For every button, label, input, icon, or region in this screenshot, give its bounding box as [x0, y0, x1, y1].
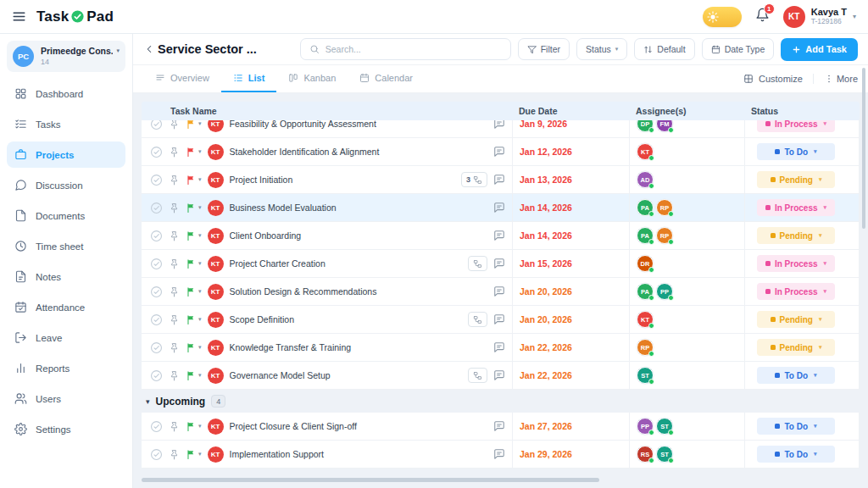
assignees-cell[interactable]: RSST: [629, 441, 744, 468]
assignee-avatar[interactable]: ST: [656, 446, 673, 463]
sidebar-item-users[interactable]: Users: [7, 385, 125, 412]
assignees-cell[interactable]: KT: [629, 306, 744, 333]
status-badge[interactable]: To Do ▾: [757, 446, 835, 463]
priority-flag-dropdown[interactable]: ▾: [186, 120, 202, 130]
subtask-badge[interactable]: [468, 256, 487, 271]
complete-check-icon[interactable]: [150, 258, 163, 270]
column-header-task-name[interactable]: Task Name: [142, 106, 512, 116]
pin-icon[interactable]: [169, 421, 180, 432]
assignee-avatar[interactable]: DR: [637, 255, 654, 272]
sidebar-item-reports[interactable]: Reports: [7, 355, 125, 381]
search-input[interactable]: [326, 44, 502, 54]
table-row[interactable]: ▾ KT Project Charter Creation Jan 15, 20…: [142, 250, 860, 278]
complete-check-icon[interactable]: [150, 230, 163, 242]
task-name-link[interactable]: Project Initiation: [230, 175, 455, 185]
task-name-link[interactable]: Scope Definition: [230, 314, 462, 324]
complete-check-icon[interactable]: [150, 120, 163, 130]
user-menu[interactable]: KT Kavya T T-129186 ▾: [783, 6, 856, 28]
subtask-badge[interactable]: [468, 368, 487, 383]
section-upcoming[interactable]: ▾ Upcoming 4: [142, 390, 860, 413]
pin-icon[interactable]: [169, 202, 180, 214]
assignee-avatar[interactable]: PP: [637, 418, 654, 435]
tab-kanban[interactable]: Kanban: [276, 65, 348, 92]
task-name-link[interactable]: Business Model Evaluation: [230, 202, 487, 213]
add-task-button[interactable]: Add Task: [781, 38, 858, 61]
priority-flag-dropdown[interactable]: ▾: [186, 175, 202, 186]
table-row[interactable]: ▾ KT Client Onboarding Jan 14, 2026 PARP…: [142, 222, 860, 250]
pin-icon[interactable]: [169, 147, 180, 158]
due-date[interactable]: Jan 14, 2026: [520, 230, 572, 241]
due-date[interactable]: Jan 20, 2026: [520, 314, 572, 324]
task-name-link[interactable]: Feasibility & Opportunity Assessment: [230, 120, 487, 129]
sidebar-item-settings[interactable]: Settings: [7, 416, 125, 442]
table-row[interactable]: ▾ KT Project Initiation 3 Jan 13, 2026 A…: [142, 166, 860, 194]
due-date[interactable]: Jan 22, 2026: [520, 370, 572, 380]
due-date[interactable]: Jan 12, 2026: [520, 147, 572, 157]
status-badge[interactable]: In Process ▾: [757, 199, 835, 216]
status-badge[interactable]: To Do ▾: [757, 143, 835, 160]
task-name-link[interactable]: Solution Design & Recommendations: [230, 286, 487, 297]
task-name-link[interactable]: Project Charter Creation: [230, 258, 462, 269]
comment-icon[interactable]: [493, 286, 505, 297]
comment-icon[interactable]: [493, 230, 505, 241]
due-date[interactable]: Jan 20, 2026: [520, 286, 572, 297]
pin-icon[interactable]: [169, 230, 180, 241]
comment-icon[interactable]: [493, 448, 505, 460]
sidebar-item-documents[interactable]: Documents: [7, 202, 125, 229]
table-row[interactable]: ▾ KT Feasibility & Opportunity Assessmen…: [142, 120, 860, 138]
back-to-projects[interactable]: Service Sector ...: [143, 42, 293, 56]
assignees-cell[interactable]: PAPP: [629, 278, 744, 305]
status-badge[interactable]: To Do ▾: [757, 418, 835, 435]
filter-button[interactable]: Filter: [518, 38, 570, 60]
vertical-scrollbar[interactable]: [862, 68, 865, 229]
assignees-cell[interactable]: KT: [629, 138, 744, 165]
priority-flag-dropdown[interactable]: ▾: [186, 370, 202, 381]
sidebar-item-notes[interactable]: Notes: [7, 263, 125, 290]
workspace-switcher[interactable]: PC Primeedge Cons... ▾ 14: [7, 41, 125, 72]
pin-icon[interactable]: [169, 120, 180, 130]
table-row[interactable]: ▾ KT Knowledge Transfer & Training Jan 2…: [142, 334, 860, 362]
customize-button[interactable]: Customize: [743, 74, 803, 84]
status-badge[interactable]: Pending ▾: [757, 339, 835, 356]
hamburger-menu-icon[interactable]: [12, 9, 26, 24]
more-button[interactable]: More: [813, 74, 858, 84]
sidebar-item-dashboard[interactable]: Dashboard: [7, 80, 125, 107]
status-badge[interactable]: In Process ▾: [757, 283, 835, 300]
task-name-link[interactable]: Client Onboarding: [230, 230, 487, 241]
table-row[interactable]: ▾ KT Solution Design & Recommendations J…: [142, 278, 860, 306]
assignee-avatar[interactable]: FM: [656, 120, 673, 132]
pin-icon[interactable]: [169, 286, 180, 297]
assignee-avatar[interactable]: KT: [637, 311, 654, 328]
task-name-link[interactable]: Project Closure & Client Sign-off: [230, 421, 487, 431]
sidebar-item-projects[interactable]: Projects: [7, 141, 125, 168]
status-filter-dropdown[interactable]: Status ▾: [576, 38, 627, 60]
complete-check-icon[interactable]: [150, 202, 163, 214]
notifications-button[interactable]: 1: [755, 8, 770, 25]
priority-flag-dropdown[interactable]: ▾: [186, 286, 202, 297]
status-badge[interactable]: Pending ▾: [757, 311, 835, 328]
tab-calendar[interactable]: Calendar: [348, 65, 425, 92]
complete-check-icon[interactable]: [150, 313, 163, 326]
table-row[interactable]: ▾ KT Project Closure & Client Sign-off J…: [142, 413, 860, 441]
complete-check-icon[interactable]: [150, 146, 163, 158]
assignees-cell[interactable]: PPST: [629, 413, 744, 440]
due-date[interactable]: Jan 15, 2026: [520, 258, 572, 269]
comment-icon[interactable]: [493, 174, 505, 186]
due-date[interactable]: Jan 22, 2026: [520, 342, 572, 352]
assignee-avatar[interactable]: PA: [637, 227, 654, 244]
table-row[interactable]: ▾ KT Scope Definition Jan 20, 2026 KT Pe…: [142, 306, 860, 334]
comment-icon[interactable]: [493, 258, 505, 269]
priority-flag-dropdown[interactable]: ▾: [186, 258, 202, 269]
assignee-avatar[interactable]: PA: [637, 199, 654, 216]
column-header-status[interactable]: Status: [744, 106, 860, 116]
pin-icon[interactable]: [169, 449, 180, 460]
priority-flag-dropdown[interactable]: ▾: [186, 342, 202, 353]
pin-icon[interactable]: [169, 342, 180, 353]
due-date[interactable]: Jan 29, 2026: [520, 449, 572, 459]
status-badge[interactable]: To Do ▾: [757, 367, 835, 384]
assignee-avatar[interactable]: RS: [637, 446, 654, 463]
comment-icon[interactable]: [493, 369, 505, 381]
assignee-avatar[interactable]: DP: [637, 120, 654, 132]
table-row[interactable]: ▾ KT Business Model Evaluation Jan 14, 2…: [142, 194, 860, 222]
task-name-link[interactable]: Stakeholder Identification & Alignment: [230, 147, 487, 157]
